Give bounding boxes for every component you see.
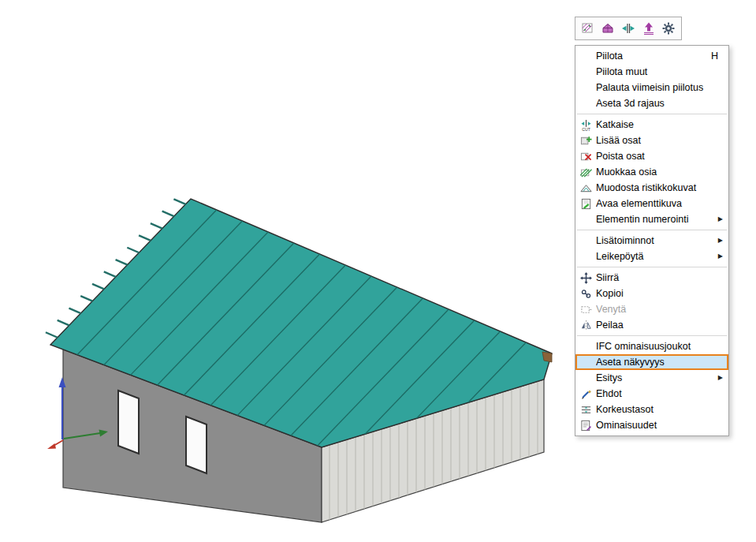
- menu-item-shortcut: H: [711, 50, 728, 62]
- menu-item-icon-slot: [575, 65, 596, 78]
- menu-item-icon-slot: [575, 250, 596, 263]
- menu-item-kopioi[interactable]: Kopioi: [575, 286, 728, 301]
- menu-item-label: Venytä: [596, 304, 728, 315]
- menu-item-poista-osat[interactable]: Poista osat: [575, 148, 728, 164]
- menu-item-label: Ehdot: [596, 388, 728, 399]
- rafter-tail-line: [162, 211, 174, 217]
- remove-parts-icon: [575, 150, 596, 163]
- menu-item-label: Kopioi: [596, 288, 728, 299]
- menu-item-leikepoyta[interactable]: Leikepöytä▶: [575, 249, 728, 264]
- menu-item-elementin-numerointi[interactable]: Elementin numerointi▶: [575, 211, 728, 227]
- menu-item-peilaa[interactable]: Peilaa: [575, 317, 728, 333]
- menu-item-icon-slot: [575, 340, 596, 353]
- rafter-tail-line: [69, 308, 80, 314]
- menu-item-label: Palauta viimeisin piilotus: [596, 82, 728, 93]
- menu-item-ehdot[interactable]: Ehdot: [575, 386, 728, 402]
- gear-icon[interactable]: [660, 20, 677, 37]
- menu-item-label: Elementin numerointi: [596, 214, 718, 225]
- menu-item-ominaisuudet[interactable]: Ominaisuudet: [575, 417, 728, 433]
- menu-item-siirra[interactable]: Siirrä: [575, 270, 728, 286]
- menu-item-label: Avaa elementtikuva: [596, 198, 728, 209]
- menu-item-muodosta-ristikkokuvat[interactable]: Muodosta ristikkokuvat: [575, 180, 728, 196]
- menu-item-aseta-3d-rajaus[interactable]: Aseta 3d rajaus: [575, 95, 728, 111]
- add-parts-icon: [575, 134, 596, 147]
- menu-item-label: IFC ominaisuusjoukot: [596, 341, 728, 352]
- menu-item-piilota[interactable]: PiilotaH: [575, 48, 728, 64]
- align-arrows-icon[interactable]: [620, 20, 637, 37]
- modify-parts-icon: [575, 166, 596, 178]
- properties-icon: [575, 419, 596, 432]
- menu-item-label: Lisätoiminnot: [596, 235, 718, 246]
- menu-item-label: Aseta 3d rajaus: [596, 98, 728, 109]
- menu-separator: [575, 227, 728, 233]
- context-toolbar: [575, 17, 682, 40]
- move-icon: [575, 271, 596, 284]
- rafter-tail-line: [151, 223, 162, 229]
- rafter-tail-line: [92, 284, 104, 290]
- menu-item-avaa-elementtikuva[interactable]: Avaa elementtikuva: [575, 196, 728, 211]
- rafter-tail-line: [173, 199, 185, 204]
- conditions-icon: [575, 387, 596, 400]
- menu-item-korkeustasot[interactable]: Korkeustasot: [575, 402, 728, 417]
- submenu-arrow-icon: ▶: [718, 237, 728, 244]
- menu-item-lisaa-osat[interactable]: Lisää osat: [575, 133, 728, 148]
- menu-item-icon-slot: [575, 234, 596, 247]
- menu-item-icon-slot: [575, 50, 596, 62]
- menu-separator: [575, 111, 728, 117]
- raise-element-icon[interactable]: [640, 20, 657, 37]
- menu-item-katkaise[interactable]: CUTKatkaise: [575, 117, 728, 133]
- menu-item-label: Piilota: [596, 50, 711, 62]
- svg-text:CUT: CUT: [582, 126, 590, 130]
- rafter-tail-line: [46, 332, 58, 338]
- menu-item-label: Piilota muut: [596, 66, 728, 77]
- menu-item-label: Lisää osat: [596, 135, 728, 146]
- menu-item-icon-slot: [575, 97, 596, 110]
- menu-item-label: Katkaise: [596, 119, 728, 130]
- mirror-icon: [575, 319, 596, 331]
- window[interactable]: [186, 417, 207, 473]
- levels-icon: [575, 403, 596, 416]
- cut-icon: CUT: [575, 118, 596, 131]
- context-menu: PiilotaHPiilota muutPalauta viimeisin pi…: [575, 45, 729, 436]
- menu-item-label: Muodosta ristikkokuvat: [596, 182, 728, 193]
- menu-item-venyta: Venytä: [575, 301, 728, 317]
- menu-item-label: Peilaa: [596, 320, 728, 331]
- application-window: PiilotaHPiilota muutPalauta viimeisin pi…: [0, 0, 756, 542]
- menu-item-label: Korkeustasot: [596, 404, 728, 415]
- component-icon[interactable]: [599, 20, 616, 37]
- submenu-arrow-icon: ▶: [718, 375, 728, 381]
- window[interactable]: [118, 391, 139, 454]
- rafter-tail-line: [104, 271, 116, 277]
- copy-icon: [575, 287, 596, 300]
- submenu-arrow-icon: ▶: [718, 253, 728, 260]
- submenu-arrow-icon: ▶: [718, 216, 728, 222]
- axis-y-arrowhead: [47, 443, 56, 449]
- menu-item-icon-slot: [575, 372, 596, 384]
- menu-item-palauta-viimeisin-piilotus[interactable]: Palauta viimeisin piilotus: [575, 80, 728, 95]
- menu-separator: [575, 333, 728, 338]
- menu-separator: [575, 264, 728, 270]
- rafter-tail-line: [116, 260, 128, 265]
- menu-item-icon-slot: [575, 213, 596, 226]
- menu-item-icon-slot: [575, 356, 596, 368]
- menu-item-label: Ominaisuudet: [596, 420, 728, 431]
- menu-item-icon-slot: [575, 81, 596, 94]
- rafter-tail-line: [127, 248, 139, 253]
- element-drawing-icon: [575, 197, 596, 210]
- truss-drawing-icon: [575, 181, 596, 194]
- menu-item-label: Siirrä: [596, 272, 728, 283]
- menu-item-muokkaa-osia[interactable]: Muokkaa osia: [575, 164, 728, 180]
- rafter-tail-line: [58, 320, 69, 326]
- menu-item-esitys[interactable]: Esitys▶: [575, 370, 728, 386]
- menu-item-label: Poista osat: [596, 151, 728, 162]
- eave-beam: [542, 352, 552, 362]
- drawing-parts-icon[interactable]: [579, 20, 597, 37]
- menu-item-label: Aseta näkyvyys: [596, 357, 728, 368]
- menu-item-ifc-ominaisuusjoukot[interactable]: IFC ominaisuusjoukot: [575, 338, 728, 354]
- rafter-tail-line: [80, 296, 92, 301]
- menu-item-piilota-muut[interactable]: Piilota muut: [575, 64, 728, 80]
- menu-item-lisatoiminnot[interactable]: Lisätoiminnot▶: [575, 233, 728, 249]
- menu-item-aseta-nakyvyys[interactable]: Aseta näkyvyys: [575, 354, 728, 370]
- menu-item-label: Muokkaa osia: [596, 166, 728, 178]
- rafter-tail-line: [139, 235, 151, 241]
